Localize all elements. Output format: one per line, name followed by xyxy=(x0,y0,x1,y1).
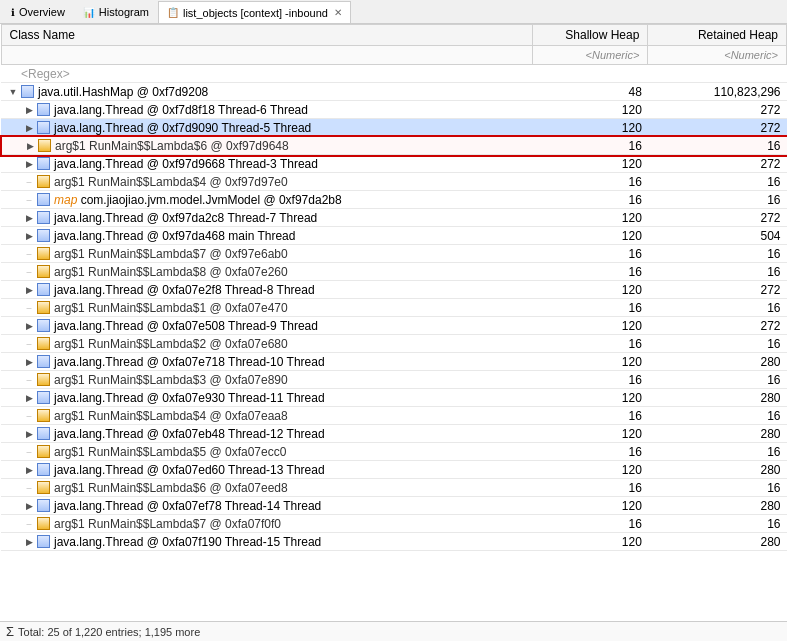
retained-heap-cell: 110,823,296 xyxy=(648,83,787,101)
table-row[interactable]: – arg$1 RunMain$$Lambda$7 @ 0xfa07f0f0 1… xyxy=(1,515,787,533)
class-name-text: arg$1 RunMain$$Lambda$8 @ 0xfa07e260 xyxy=(54,265,288,279)
table-row[interactable]: ▶ java.lang.Thread @ 0xfa07f190 Thread-1… xyxy=(1,533,787,551)
class-name-text: java.lang.Thread @ 0xfa07e508 Thread-9 T… xyxy=(54,319,318,333)
class-name-text: arg$1 RunMain$$Lambda$6 @ 0xfa07eed8 xyxy=(54,481,288,495)
table-row[interactable]: – arg$1 RunMain$$Lambda$5 @ 0xfa07ecc0 1… xyxy=(1,443,787,461)
table-row[interactable]: ▼ java.util.HashMap @ 0xf7d9208 48 110,8… xyxy=(1,83,787,101)
class-name-text: arg$1 RunMain$$Lambda$5 @ 0xfa07ecc0 xyxy=(54,445,286,459)
expand-right-icon[interactable]: ▶ xyxy=(23,536,35,548)
table-row[interactable]: ▶ java.lang.Thread @ 0xfa07e508 Thread-9… xyxy=(1,317,787,335)
retained-heap-cell: 272 xyxy=(648,101,787,119)
table-row[interactable]: ▶ java.lang.Thread @ 0xfa07ed60 Thread-1… xyxy=(1,461,787,479)
shallow-heap-cell: 120 xyxy=(532,425,648,443)
retained-heap-cell: 280 xyxy=(648,533,787,551)
no-expand-icon: – xyxy=(23,194,35,206)
class-name-text: java.lang.Thread @ 0xfa07f190 Thread-15 … xyxy=(54,535,321,549)
table-row[interactable]: ▶ java.lang.Thread @ 0xf7d8f18 Thread-6 … xyxy=(1,101,787,119)
table-row[interactable]: ▶ java.lang.Thread @ 0xfa07e718 Thread-1… xyxy=(1,353,787,371)
table-row[interactable]: ▶ java.lang.Thread @ 0xfa07eb48 Thread-1… xyxy=(1,425,787,443)
page-orange-icon xyxy=(37,175,50,188)
class-name-cell: – arg$1 RunMain$$Lambda$3 @ 0xfa07e890 xyxy=(1,371,532,389)
tab-histogram[interactable]: 📊 Histogram xyxy=(74,1,158,23)
tab-overview[interactable]: ℹ Overview xyxy=(2,1,74,23)
table-row[interactable]: – arg$1 RunMain$$Lambda$4 @ 0xf97d97e0 1… xyxy=(1,173,787,191)
table-row[interactable]: ▶ arg$1 RunMain$$Lambda$6 @ 0xf97d9648 1… xyxy=(1,137,787,155)
expand-right-icon[interactable]: ▶ xyxy=(23,158,35,170)
table-row[interactable]: – map com.jiaojiao.jvm.model.JvmModel @ … xyxy=(1,191,787,209)
expand-right-icon[interactable]: ▶ xyxy=(23,284,35,296)
table-row[interactable]: – arg$1 RunMain$$Lambda$7 @ 0xf97e6ab0 1… xyxy=(1,245,787,263)
retained-heap-header[interactable]: Retained Heap xyxy=(648,25,787,46)
table-row[interactable]: ▶ java.lang.Thread @ 0xf7d9090 Thread-5 … xyxy=(1,119,787,137)
shallow-heap-cell: 120 xyxy=(532,281,648,299)
expand-right-icon[interactable]: ▶ xyxy=(23,500,35,512)
table-row[interactable]: – arg$1 RunMain$$Lambda$1 @ 0xfa07e470 1… xyxy=(1,299,787,317)
arg-text: arg$1 RunMain$$Lambda$5 @ 0xfa07ecc0 xyxy=(54,445,286,459)
class-name-cell: – arg$1 RunMain$$Lambda$2 @ 0xfa07e680 xyxy=(1,335,532,353)
close-icon[interactable]: ✕ xyxy=(334,7,342,18)
shallow-heap-cell: 120 xyxy=(532,461,648,479)
shallow-heap-cell: 120 xyxy=(532,317,648,335)
sigma-icon: Σ xyxy=(6,624,14,639)
shallow-heap-cell: 16 xyxy=(532,137,648,155)
shallow-heap-header[interactable]: Shallow Heap xyxy=(532,25,648,46)
table-row[interactable]: ▶ java.lang.Thread @ 0xf97da468 main Thr… xyxy=(1,227,787,245)
table-row[interactable]: ▶ java.lang.Thread @ 0xfa07e2f8 Thread-8… xyxy=(1,281,787,299)
regex-row: <Regex> xyxy=(1,65,787,83)
expand-down-icon[interactable]: ▼ xyxy=(7,86,19,98)
expand-right-icon[interactable]: ▶ xyxy=(23,392,35,404)
no-expand-icon: – xyxy=(23,410,35,422)
arg-text: arg$1 RunMain$$Lambda$6 @ 0xf97d9648 xyxy=(55,139,289,153)
expand-right-icon[interactable]: ▶ xyxy=(23,320,35,332)
class-name-cell: – arg$1 RunMain$$Lambda$7 @ 0xfa07f0f0 xyxy=(1,515,532,533)
class-name-header[interactable]: Class Name xyxy=(1,25,532,46)
table-row[interactable]: – arg$1 RunMain$$Lambda$3 @ 0xfa07e890 1… xyxy=(1,371,787,389)
class-name-cell: ▶ java.lang.Thread @ 0xfa07eb48 Thread-1… xyxy=(1,425,532,443)
no-expand-icon: – xyxy=(23,482,35,494)
class-name-cell: – arg$1 RunMain$$Lambda$7 @ 0xf97e6ab0 xyxy=(1,245,532,263)
page-blue-icon xyxy=(37,283,50,296)
expand-right-icon[interactable]: ▶ xyxy=(23,230,35,242)
footer-text: Total: 25 of 1,220 entries; 1,195 more xyxy=(18,626,200,638)
table-row[interactable]: – arg$1 RunMain$$Lambda$8 @ 0xfa07e260 1… xyxy=(1,263,787,281)
shallow-heap-cell: 120 xyxy=(532,533,648,551)
class-name-cell: – arg$1 RunMain$$Lambda$1 @ 0xfa07e470 xyxy=(1,299,532,317)
shallow-heap-cell: 16 xyxy=(532,173,648,191)
table-row[interactable]: – arg$1 RunMain$$Lambda$4 @ 0xfa07eaa8 1… xyxy=(1,407,787,425)
arg-text: arg$1 RunMain$$Lambda$7 @ 0xf97e6ab0 xyxy=(54,247,288,261)
page-orange-icon xyxy=(37,265,50,278)
expand-right-icon[interactable]: ▶ xyxy=(24,140,36,152)
no-expand-icon: – xyxy=(23,338,35,350)
retained-heap-cell: 16 xyxy=(648,407,787,425)
table-row[interactable]: ▶ java.lang.Thread @ 0xf97d9668 Thread-3… xyxy=(1,155,787,173)
table-row[interactable]: – arg$1 RunMain$$Lambda$6 @ 0xfa07eed8 1… xyxy=(1,479,787,497)
expand-right-icon[interactable]: ▶ xyxy=(23,212,35,224)
table-row[interactable]: ▶ java.lang.Thread @ 0xf97da2c8 Thread-7… xyxy=(1,209,787,227)
table-row[interactable]: – arg$1 RunMain$$Lambda$2 @ 0xfa07e680 1… xyxy=(1,335,787,353)
histogram-icon: 📊 xyxy=(83,7,95,18)
no-expand-icon: – xyxy=(23,518,35,530)
expand-right-icon[interactable]: ▶ xyxy=(23,122,35,134)
arg-text: arg$1 RunMain$$Lambda$4 @ 0xfa07eaa8 xyxy=(54,409,288,423)
retained-heap-cell: 16 xyxy=(648,173,787,191)
class-text: java.util.HashMap @ 0xf7d9208 xyxy=(38,85,208,99)
tab-list-objects[interactable]: 📋 list_objects [context] -inbound ✕ xyxy=(158,1,351,23)
shallow-heap-cell: 120 xyxy=(532,389,648,407)
retained-heap-cell: 272 xyxy=(648,119,787,137)
arg-text: arg$1 RunMain$$Lambda$3 @ 0xfa07e890 xyxy=(54,373,288,387)
shallow-heap-cell: 120 xyxy=(532,227,648,245)
table-row[interactable]: ▶ java.lang.Thread @ 0xfa07ef78 Thread-1… xyxy=(1,497,787,515)
expand-right-icon[interactable]: ▶ xyxy=(23,356,35,368)
class-name-text: java.lang.Thread @ 0xfa07e930 Thread-11 … xyxy=(54,391,325,405)
expand-right-icon[interactable]: ▶ xyxy=(23,428,35,440)
objects-table: Class Name Shallow Heap Retained Heap <N… xyxy=(0,24,787,551)
class-name-text: java.lang.Thread @ 0xfa07ef78 Thread-14 … xyxy=(54,499,321,513)
expand-right-icon[interactable]: ▶ xyxy=(23,464,35,476)
class-name-text: arg$1 RunMain$$Lambda$7 @ 0xfa07f0f0 xyxy=(54,517,281,531)
expand-right-icon[interactable]: ▶ xyxy=(23,104,35,116)
no-expand-icon: – xyxy=(23,266,35,278)
retained-heap-cell: 16 xyxy=(648,137,787,155)
page-blue-icon xyxy=(37,499,50,512)
table-row[interactable]: ▶ java.lang.Thread @ 0xfa07e930 Thread-1… xyxy=(1,389,787,407)
tab-list-label: list_objects [context] -inbound xyxy=(183,7,328,19)
